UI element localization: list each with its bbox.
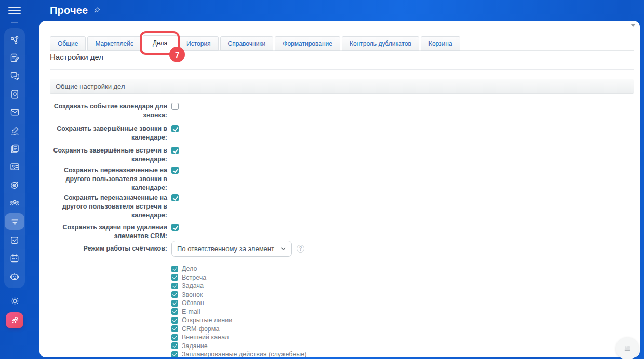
heading-divider bbox=[50, 69, 634, 70]
tab[interactable]: Контроль дубликатов bbox=[342, 36, 419, 51]
crm-target-icon[interactable] bbox=[5, 177, 24, 192]
news-feed-icon[interactable] bbox=[5, 50, 24, 66]
bitrix24-settings-page: Прочее Общие Маркетплейс Дела bbox=[0, 0, 644, 359]
tab[interactable]: История bbox=[179, 36, 219, 51]
counter-type-row: Задание bbox=[171, 342, 634, 351]
menu-icon[interactable] bbox=[8, 5, 21, 16]
pin-icon[interactable] bbox=[93, 7, 101, 15]
checkbox[interactable] bbox=[171, 334, 178, 341]
tab[interactable]: Корзина bbox=[421, 36, 460, 51]
checkbox[interactable] bbox=[171, 125, 179, 132]
counter-type-label: E-mail bbox=[182, 308, 200, 315]
settings-form: Создавать событие календаря для звонка: … bbox=[50, 102, 634, 357]
checkbox[interactable] bbox=[171, 308, 178, 315]
tab-list: Общие Маркетплейс Дела 7 История bbox=[50, 35, 462, 50]
checkbox[interactable] bbox=[171, 224, 179, 231]
tabs-overflow-caret-icon[interactable] bbox=[630, 24, 636, 27]
documents-icon[interactable] bbox=[5, 141, 24, 157]
tab-label: Общие bbox=[58, 40, 78, 47]
video-calls-icon[interactable] bbox=[5, 87, 24, 102]
counter-type-row: Внешний канал bbox=[171, 333, 634, 342]
sidebar bbox=[0, 0, 29, 359]
setting-row: Сохранять переназначенные на другого пол… bbox=[50, 194, 634, 220]
counter-type-row: Обзвон bbox=[171, 299, 634, 308]
tab[interactable]: Форматирование bbox=[275, 36, 340, 51]
checkbox[interactable] bbox=[171, 103, 179, 110]
checkbox[interactable] bbox=[171, 342, 178, 349]
calendar-icon[interactable] bbox=[5, 251, 24, 266]
checkbox[interactable] bbox=[171, 194, 179, 201]
ai-assistant-icon[interactable] bbox=[5, 269, 24, 284]
settings-rows: Создавать событие календаря для звонка: … bbox=[50, 102, 634, 241]
tab[interactable]: Справочники bbox=[220, 36, 274, 51]
page-title: Прочее bbox=[50, 5, 88, 17]
page-header: Прочее bbox=[50, 0, 101, 21]
counter-type-label: Открытые линии bbox=[182, 316, 232, 324]
setting-label: Сохранять задачи при удалении элементов … bbox=[50, 223, 167, 241]
checkbox[interactable] bbox=[171, 283, 178, 289]
counter-type-label: CRM-форма bbox=[182, 325, 219, 333]
counter-mode-row: Режим работы счётчиков: По ответственном… bbox=[50, 241, 634, 257]
rocket-icon[interactable] bbox=[6, 312, 23, 328]
checkbox[interactable] bbox=[171, 317, 178, 324]
counter-type-label: Обзвон bbox=[182, 299, 204, 307]
tab-label: Корзина bbox=[428, 40, 452, 47]
settings-menu-fab[interactable] bbox=[616, 337, 639, 359]
tutorial-step-badge: 7 bbox=[169, 47, 185, 62]
setting-label: Сохранять переназначенные на другого пол… bbox=[50, 166, 167, 192]
checkbox[interactable] bbox=[171, 266, 178, 272]
list-icon bbox=[621, 342, 634, 355]
setting-label: Создавать событие календаря для звонка: bbox=[50, 102, 167, 120]
checkbox[interactable] bbox=[171, 300, 178, 307]
chevron-down-icon bbox=[280, 246, 286, 252]
filter-icon[interactable] bbox=[5, 213, 24, 230]
counter-mode-value: По ответственному за элемент bbox=[177, 245, 274, 253]
network-icon[interactable] bbox=[5, 32, 24, 48]
section-title: Общие настройки дел bbox=[56, 82, 125, 90]
help-icon[interactable] bbox=[297, 245, 304, 253]
team-icon[interactable] bbox=[5, 195, 24, 211]
checkbox[interactable] bbox=[171, 291, 178, 298]
setting-row: Сохранять завершённые встречи в календар… bbox=[50, 146, 634, 164]
settings-card: Общие Маркетплейс Дела 7 История bbox=[39, 21, 640, 357]
counter-type-row: Запланированные действия (служебные) bbox=[171, 350, 634, 357]
counter-type-label: Дело bbox=[182, 265, 197, 272]
tab[interactable]: Маркетплейс bbox=[87, 36, 141, 51]
counter-type-list: Дело Встреча Задача Звонок Обзвон bbox=[50, 265, 634, 357]
section-header: Общие настройки дел bbox=[50, 79, 634, 94]
tab-label: Маркетплейс bbox=[95, 40, 133, 47]
messenger-icon[interactable] bbox=[5, 68, 24, 84]
sidebar-divider bbox=[11, 22, 18, 23]
tab[interactable]: Общие bbox=[50, 36, 86, 51]
counter-type-label: Задание bbox=[182, 342, 208, 350]
contact-card-icon[interactable] bbox=[5, 159, 24, 174]
settings-gear-icon[interactable] bbox=[5, 294, 24, 308]
checkbox[interactable] bbox=[171, 351, 178, 357]
tab-bar: Общие Маркетплейс Дела 7 История bbox=[50, 35, 634, 51]
mail-icon[interactable] bbox=[5, 105, 24, 120]
tasks-icon[interactable] bbox=[5, 232, 24, 248]
sidebar-icon-strip bbox=[4, 28, 25, 288]
counter-type-label: Задача bbox=[182, 282, 204, 289]
counter-type-row: Дело bbox=[171, 265, 634, 273]
setting-row: Сохранять завершённые звонки в календаре… bbox=[50, 125, 634, 142]
counter-type-row: Открытые линии bbox=[171, 316, 634, 325]
checkbox[interactable] bbox=[171, 167, 179, 174]
counter-type-label: Встреча bbox=[182, 274, 206, 281]
setting-label: Сохранять завершённые звонки в календаре… bbox=[50, 125, 167, 142]
tab[interactable]: Дела 7 bbox=[143, 35, 177, 51]
e-sign-icon[interactable] bbox=[5, 123, 24, 139]
counter-type-label: Звонок bbox=[182, 291, 203, 298]
setting-row: Создавать событие календаря для звонка: bbox=[50, 102, 634, 120]
checkbox[interactable] bbox=[171, 325, 178, 332]
tab-label: Дела bbox=[153, 39, 167, 47]
setting-label: Сохранять завершённые встречи в календар… bbox=[50, 146, 167, 164]
setting-row: Сохранять переназначенные на другого пол… bbox=[50, 166, 634, 192]
counter-mode-select[interactable]: По ответственному за элемент bbox=[171, 241, 292, 257]
tab-label: Справочники bbox=[228, 40, 266, 47]
checkbox[interactable] bbox=[171, 274, 178, 281]
checkbox[interactable] bbox=[171, 147, 179, 154]
counter-type-label: Запланированные действия (служебные) bbox=[182, 351, 306, 357]
counter-type-row: Звонок bbox=[171, 291, 634, 299]
counter-type-row: CRM-форма bbox=[171, 325, 634, 334]
